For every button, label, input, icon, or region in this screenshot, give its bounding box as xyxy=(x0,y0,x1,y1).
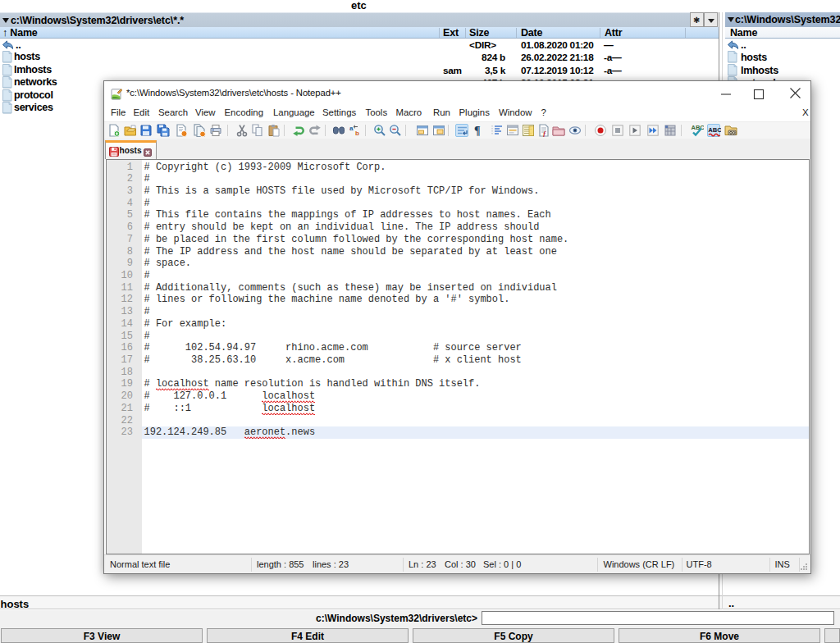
svg-text:a: a xyxy=(349,125,354,132)
svg-text:ABC: ABC xyxy=(692,124,705,131)
svg-text:✱: ✱ xyxy=(693,16,700,25)
svg-text:¶: ¶ xyxy=(474,125,481,137)
svg-text:ABC: ABC xyxy=(708,126,721,134)
svg-text:b: b xyxy=(355,130,359,137)
